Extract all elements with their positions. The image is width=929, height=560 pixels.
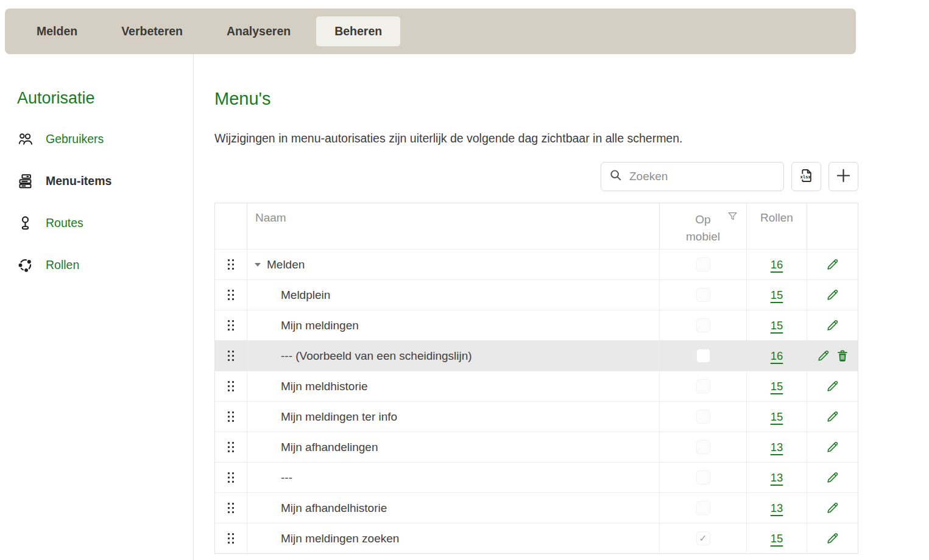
roles-count-link[interactable]: 15 (771, 380, 783, 393)
edit-pencil-icon[interactable] (825, 501, 839, 515)
route-pin-icon (17, 215, 34, 231)
sidebar: Autorisatie GebruikersMenu-itemsRoutesRo… (0, 54, 194, 560)
edit-pencil-icon[interactable] (825, 440, 839, 454)
tab-analyseren[interactable]: Analyseren (208, 16, 309, 46)
menu-list-icon (17, 173, 34, 189)
drag-handle[interactable] (228, 411, 234, 422)
sidebar-item-label: Gebruikers (46, 132, 104, 146)
op-mobiel-checkbox[interactable] (696, 257, 710, 271)
drag-handle[interactable] (228, 290, 234, 300)
collapse-toggle-icon[interactable] (255, 263, 261, 267)
page: MeldenVerbeterenAnalyserenBeheren Autori… (0, 9, 929, 560)
search-box[interactable] (601, 162, 784, 191)
table-row: Mijn meldhistorie15 (215, 371, 858, 401)
roles-count-link[interactable]: 15 (771, 319, 783, 332)
drag-handle[interactable] (228, 503, 234, 513)
roles-count-link[interactable]: 15 (771, 532, 783, 545)
users-icon (17, 131, 34, 147)
drag-handle[interactable] (228, 320, 234, 331)
menu-item-name: Mijn meldingen zoeken (281, 532, 399, 545)
edit-pencil-icon[interactable] (825, 257, 839, 271)
table-row: Meldplein15 (215, 279, 858, 310)
table-body: Melden16Meldplein15Mijn meldingen15--- (… (215, 249, 858, 553)
roles-count-link[interactable]: 13 (771, 441, 783, 454)
column-header-naam: Naam (247, 203, 660, 249)
sidebar-item-rollen[interactable]: Rollen (17, 256, 193, 273)
menu-item-name: --- (281, 471, 292, 485)
drag-handle[interactable] (228, 351, 234, 361)
menu-items-table: Naam Op mobiel Rollen Melden16Meldplein1… (214, 203, 858, 554)
edit-pencil-icon[interactable] (816, 349, 830, 363)
roles-circle-icon (17, 257, 34, 273)
drag-handle[interactable] (228, 472, 234, 483)
toolbar: xlsx (214, 162, 858, 191)
add-menu-item-button[interactable] (828, 162, 858, 191)
roles-count-link[interactable]: 13 (771, 502, 783, 515)
edit-pencil-icon[interactable] (825, 531, 839, 545)
table-row: Mijn meldingen ter info15 (215, 401, 858, 432)
edit-pencil-icon[interactable] (825, 288, 839, 302)
table-row: Melden16 (215, 249, 858, 279)
tab-beheren[interactable]: Beheren (316, 16, 400, 46)
sidebar-item-label: Routes (46, 216, 83, 230)
roles-count-link[interactable]: 15 (771, 410, 783, 424)
table-row: --- (Voorbeeld van een scheidingslijn)16 (215, 340, 858, 371)
menu-item-name: Mijn afhandelingen (281, 441, 378, 454)
edit-pencil-icon[interactable] (825, 471, 839, 485)
tab-melden[interactable]: Melden (18, 16, 96, 46)
menu-item-name: --- (Voorbeeld van een scheidingslijn) (281, 349, 472, 363)
drag-handle[interactable] (228, 381, 234, 391)
op-mobiel-checkbox[interactable] (696, 318, 710, 332)
page-description: Wijzigingen in menu-autorisaties zijn ui… (214, 131, 858, 145)
roles-count-link[interactable]: 13 (771, 471, 783, 485)
drag-handle[interactable] (228, 442, 234, 452)
tab-verbeteren[interactable]: Verbeteren (103, 16, 201, 46)
page-title: Menu's (214, 89, 858, 109)
svg-text:xlsx: xlsx (800, 174, 811, 180)
table-row: Mijn afhandelhistorie13 (215, 492, 858, 523)
edit-pencil-icon[interactable] (825, 379, 839, 393)
roles-count-link[interactable]: 16 (771, 258, 783, 271)
menu-item-name: Mijn meldingen (281, 319, 359, 332)
filter-icon[interactable] (727, 211, 738, 225)
top-tab-bar: MeldenVerbeterenAnalyserenBeheren (5, 9, 856, 54)
op-mobiel-checkbox[interactable] (696, 349, 710, 363)
search-input[interactable] (629, 170, 779, 183)
edit-pencil-icon[interactable] (825, 410, 839, 424)
drag-handle[interactable] (228, 533, 234, 544)
op-mobiel-checkbox[interactable] (696, 379, 710, 393)
roles-count-link[interactable]: 16 (771, 349, 783, 363)
menu-item-name: Mijn meldingen ter info (281, 410, 397, 424)
op-mobiel-checkbox[interactable] (696, 410, 710, 424)
table-row: Mijn afhandelingen13 (215, 432, 858, 462)
roles-count-link[interactable]: 15 (771, 289, 783, 302)
table-row: ---13 (215, 462, 858, 492)
op-mobiel-checkbox[interactable] (696, 501, 710, 515)
sidebar-item-menu-items[interactable]: Menu-items (17, 172, 193, 189)
column-header-rollen: Rollen (747, 203, 807, 249)
op-mobiel-checkbox[interactable] (696, 471, 710, 485)
op-mobiel-checkbox[interactable] (696, 288, 710, 302)
xlsx-export-icon: xlsx (798, 167, 814, 186)
table-row: Mijn meldingen zoeken✓15 (215, 523, 858, 553)
op-mobiel-label: Op mobiel (684, 211, 722, 245)
op-mobiel-checkbox[interactable]: ✓ (696, 531, 710, 545)
main-panel: Menu's Wijzigingen in menu-autorisaties … (194, 54, 929, 560)
edit-pencil-icon[interactable] (825, 318, 839, 332)
search-icon (609, 169, 623, 184)
table-header-row: Naam Op mobiel Rollen (215, 203, 858, 249)
plus-icon (835, 167, 852, 186)
sidebar-item-gebruikers[interactable]: Gebruikers (17, 130, 193, 147)
export-xlsx-button[interactable]: xlsx (791, 162, 821, 191)
menu-item-name: Melden (267, 258, 305, 271)
menu-item-name: Mijn meldhistorie (281, 380, 368, 393)
delete-trash-icon[interactable] (836, 349, 849, 363)
sidebar-item-label: Menu-items (46, 174, 111, 188)
sidebar-item-routes[interactable]: Routes (17, 214, 193, 231)
sidebar-item-label: Rollen (46, 258, 79, 272)
op-mobiel-checkbox[interactable] (696, 440, 710, 454)
menu-item-name: Mijn afhandelhistorie (281, 502, 387, 515)
column-header-op-mobiel: Op mobiel (660, 203, 747, 249)
drag-handle[interactable] (228, 259, 234, 270)
sidebar-title: Autorisatie (17, 89, 193, 108)
